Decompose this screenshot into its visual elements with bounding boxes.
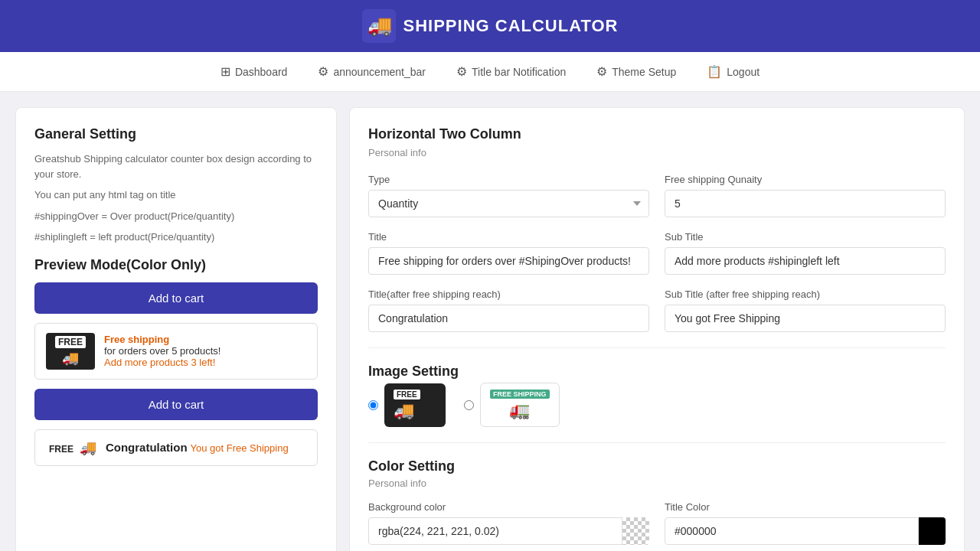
left-panel: Ganeral Setting Greatshub Shipping calcu…: [15, 107, 337, 551]
congratulation-text: Congratulation You got Free Shipping: [106, 441, 289, 454]
sub-title-group: Sub Title: [665, 231, 946, 275]
title-color-group: Title Color: [665, 501, 946, 545]
main-content: Ganeral Setting Greatshub Shipping calcu…: [0, 92, 980, 551]
congratulation-truck-emoji: 🚚: [80, 440, 96, 455]
shipping-text: Free shipping for orders over 5 products…: [104, 334, 220, 368]
image-radio-1[interactable]: [368, 400, 378, 410]
announcement-bar-icon: ⚙: [318, 64, 328, 79]
theme-setup-icon: ⚙: [596, 64, 607, 79]
title-label: Title: [368, 231, 649, 243]
general-description-4: #shiplingleft = left product(Price/quant…: [34, 230, 318, 245]
shipping-rest-text: for orders over 5 products!: [104, 345, 220, 357]
congratulation-sub-text: You got Free Shipping: [190, 442, 288, 454]
title-bar-icon: ⚙: [456, 64, 467, 79]
nav-dashboard-label: Dashboard: [235, 66, 288, 78]
title-after-label: Title(after free shipping reach): [368, 289, 649, 300]
sub-title-input[interactable]: [665, 247, 946, 275]
general-description-3: #shippingOver = Over product(Price/quant…: [34, 209, 318, 224]
app-header: 🚚 Shipping Calculator: [0, 0, 980, 52]
type-group: Type Quantity: [368, 174, 649, 217]
title-group: Title: [368, 231, 649, 275]
truck2-content: FREE SHIPPING 🚛: [490, 390, 550, 420]
type-label: Type: [368, 174, 649, 185]
form-row-title-after-subtitle-after: Title(after free shipping reach) Sub Tit…: [368, 289, 946, 332]
truck1-emoji: 🚚: [394, 401, 414, 421]
app-title: Shipping Calculator: [403, 16, 619, 36]
title-after-group: Title(after free shipping reach): [368, 289, 649, 332]
title-color-swatch[interactable]: [918, 517, 946, 545]
nav-theme-setup-label: Theme Setup: [612, 66, 676, 78]
bg-color-input[interactable]: [368, 517, 649, 545]
add-to-cart-button-1[interactable]: Add to cart: [34, 282, 318, 314]
logo-container: 🚚 Shipping Calculator: [362, 9, 619, 43]
congratulation-free-badge: FREE: [46, 443, 77, 455]
personal-info-subtitle: Personal info: [368, 147, 946, 158]
general-description-2: You can put any html tag on title: [34, 187, 318, 203]
dashboard-icon: ⊞: [220, 64, 230, 79]
truck-icon-container: FREE 🚚: [46, 333, 95, 370]
title-color-input[interactable]: [665, 517, 946, 545]
sub-title-after-input[interactable]: [665, 305, 946, 332]
truck-image-1: FREE 🚚: [384, 383, 446, 427]
title-color-label: Title Color: [665, 501, 946, 513]
nav-logout-label: Logout: [727, 66, 760, 78]
divider-1: [368, 347, 946, 348]
nav-title-bar-notification[interactable]: ⚙ Title bar Notification: [456, 64, 566, 79]
color-setting-title: Color Setting: [368, 458, 946, 474]
preview-mode-title: Preview Mode(Color Only): [34, 257, 318, 273]
image-setting-title: Image Setting: [368, 364, 946, 380]
free-shipping-qty-input[interactable]: [665, 190, 946, 217]
truck-image-2: FREE SHIPPING 🚛: [480, 383, 560, 427]
truck2-emoji: 🚛: [509, 400, 530, 420]
right-panel: Horizontal Two Column Personal info Type…: [349, 107, 965, 551]
image-option-2[interactable]: FREE SHIPPING 🚛: [464, 383, 560, 427]
image-option-1[interactable]: FREE 🚚: [368, 383, 446, 427]
free-badge: FREE: [55, 336, 86, 348]
image-radio-2[interactable]: [464, 400, 474, 410]
title-color-input-wrapper: [665, 517, 946, 545]
nav-dashboard[interactable]: ⊞ Dashboard: [220, 64, 288, 79]
app-logo-icon: 🚚: [362, 9, 396, 43]
general-setting-title: Ganeral Setting: [34, 126, 318, 142]
title-input[interactable]: [368, 247, 649, 275]
free-shipping-qty-label: Free shipping Qunaity: [665, 174, 946, 185]
congratulation-banner: FREE 🚚 Congratulation You got Free Shipp…: [34, 429, 318, 466]
general-description-1: Greatshub Shipping calculator counter bo…: [34, 152, 318, 181]
logout-icon: 📋: [707, 64, 722, 79]
shipping-banner: FREE 🚚 Free shipping for orders over 5 p…: [34, 323, 318, 380]
truck-emoji: 🚚: [62, 350, 79, 367]
form-row-colors: Background color Title Color: [368, 501, 946, 545]
title-after-input[interactable]: [368, 305, 649, 332]
sub-title-label: Sub Title: [665, 231, 946, 243]
truck1-free-badge: FREE: [394, 390, 420, 399]
form-row-type-qty: Type Quantity Free shipping Qunaity: [368, 174, 946, 217]
svg-text:🚚: 🚚: [368, 13, 393, 37]
horizontal-section-title: Horizontal Two Column: [368, 126, 946, 142]
type-select[interactable]: Quantity: [368, 190, 649, 217]
image-setting-row: FREE 🚚 FREE SHIPPING 🚛: [368, 383, 946, 427]
form-row-title-subtitle: Title Sub Title: [368, 231, 946, 275]
free-shipping-qty-group: Free shipping Qunaity: [665, 174, 946, 217]
nav-theme-setup[interactable]: ⚙ Theme Setup: [596, 64, 676, 79]
sub-title-after-label: Sub Title (after free shipping reach): [665, 289, 946, 300]
sub-title-after-group: Sub Title (after free shipping reach): [665, 289, 946, 332]
nav-logout[interactable]: 📋 Logout: [707, 64, 760, 79]
nav-announcement-bar[interactable]: ⚙ announcement_bar: [318, 64, 426, 79]
congratulation-title: Congratulation: [106, 441, 188, 454]
bg-color-label: Background color: [368, 501, 649, 513]
shipping-free-strong: Free shipping: [104, 334, 169, 345]
shipping-main-text: Free shipping for orders over 5 products…: [104, 334, 220, 357]
nav-announcement-bar-label: announcement_bar: [333, 66, 426, 78]
main-nav: ⊞ Dashboard ⚙ announcement_bar ⚙ Title b…: [0, 52, 980, 92]
nav-title-bar-label: Title bar Notification: [472, 66, 566, 78]
bg-color-input-wrapper: [368, 517, 649, 545]
shipping-sub-text: Add more products 3 left!: [104, 357, 220, 368]
divider-2: [368, 442, 946, 443]
color-setting-subtitle: Personal info: [368, 478, 946, 489]
bg-color-group: Background color: [368, 501, 649, 545]
truck2-free-shipping-badge: FREE SHIPPING: [490, 390, 550, 399]
add-to-cart-button-2[interactable]: Add to cart: [34, 389, 318, 420]
bg-color-swatch[interactable]: [622, 517, 649, 545]
congratulation-truck-icon: FREE 🚚: [46, 439, 96, 456]
